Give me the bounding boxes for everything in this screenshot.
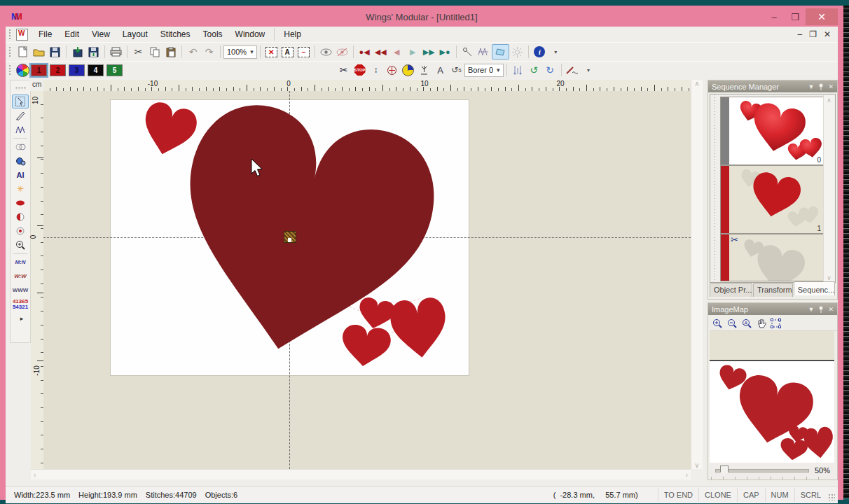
- minimize-button[interactable]: –: [764, 8, 785, 25]
- tab-transform[interactable]: Transform: [753, 283, 793, 297]
- scroll-left-icon[interactable]: ‹: [34, 471, 36, 479]
- slider-thumb[interactable]: [720, 465, 729, 477]
- measure-tool-button[interactable]: [460, 45, 476, 59]
- stitch-www-tool[interactable]: WWW: [12, 284, 29, 298]
- cut-button[interactable]: ✂: [130, 45, 146, 59]
- palette-grip[interactable]: [15, 87, 26, 90]
- toolbar-grip[interactable]: [8, 46, 12, 57]
- panel-menu-icon[interactable]: ▼: [808, 83, 815, 90]
- stitch-density-button[interactable]: [476, 45, 492, 59]
- thread-color-4[interactable]: 4: [88, 64, 104, 76]
- resize-grip[interactable]: [828, 493, 835, 500]
- shapes-tool[interactable]: [12, 140, 29, 154]
- scroll-right-icon[interactable]: ›: [686, 471, 688, 479]
- vertical-scrollbar[interactable]: ∧ ∨: [691, 80, 703, 469]
- design-canvas[interactable]: [43, 91, 691, 469]
- mdi-close-button[interactable]: ✕: [824, 29, 831, 39]
- thread-color-3[interactable]: 3: [69, 64, 85, 76]
- step-back-fast-button[interactable]: ◀◀: [373, 45, 389, 59]
- slider-track[interactable]: [715, 469, 809, 472]
- pin-icon[interactable]: [818, 83, 824, 90]
- redo-button[interactable]: ↷: [201, 45, 217, 59]
- deselect-button[interactable]: –: [296, 45, 312, 59]
- design-info-button[interactable]: i: [532, 45, 548, 59]
- menu-view[interactable]: View: [85, 27, 116, 41]
- rotate-right-button[interactable]: ↻: [542, 63, 558, 77]
- stitch-ww-tool[interactable]: W:W: [12, 270, 29, 284]
- scroll-down-icon[interactable]: ∨: [694, 461, 699, 469]
- needle-bars-button[interactable]: [510, 63, 526, 77]
- effects-tool[interactable]: ✳: [12, 182, 29, 196]
- fill-stitch-tool[interactable]: [12, 210, 29, 224]
- freehand-stitch-button[interactable]: [565, 63, 581, 77]
- digitize-tool[interactable]: [12, 122, 29, 136]
- step-back-button[interactable]: ◀: [389, 45, 405, 59]
- panel-close-icon[interactable]: ✕: [828, 306, 834, 313]
- step-forward-fast-button[interactable]: ▶▶: [421, 45, 437, 59]
- toolbar-grip[interactable]: [8, 64, 12, 76]
- toolbar-options-button[interactable]: ▾: [581, 63, 597, 77]
- stop-command-button[interactable]: STOP: [352, 63, 368, 77]
- frame-select-icon[interactable]: [771, 318, 781, 328]
- maximize-button[interactable]: ❒: [785, 8, 806, 25]
- thread-color-1[interactable]: 1: [31, 64, 47, 76]
- stitch-mn-tool[interactable]: M:N: [12, 255, 29, 270]
- menubar-grip[interactable]: [8, 29, 12, 40]
- lettering-button[interactable]: A: [432, 63, 448, 77]
- menu-layout[interactable]: Layout: [116, 27, 154, 41]
- menu-edit[interactable]: Edit: [58, 27, 85, 41]
- step-forward-button[interactable]: ▶: [405, 45, 421, 59]
- slow-redraw-button[interactable]: ↺5: [448, 63, 464, 77]
- tab-object-properties[interactable]: Object Pr...: [710, 283, 752, 297]
- delete-object-button[interactable]: ✕: [263, 45, 279, 59]
- go-to-end-button[interactable]: ▶●: [437, 45, 453, 59]
- mdi-restore-button[interactable]: ❐: [809, 29, 817, 39]
- tab-sequence[interactable]: Sequenc...: [794, 281, 835, 295]
- imagemap-preview[interactable]: [710, 331, 834, 463]
- pan-hand-icon[interactable]: [757, 318, 766, 329]
- light-effect-button[interactable]: [509, 45, 525, 59]
- scroll-up-icon[interactable]: ∧: [827, 97, 831, 104]
- pin-icon[interactable]: [818, 306, 824, 313]
- applique-tool[interactable]: [12, 224, 29, 238]
- needle-updown-button[interactable]: ↕: [368, 63, 384, 77]
- save-button[interactable]: [47, 45, 63, 59]
- menu-file[interactable]: File: [32, 27, 58, 41]
- thread-color-2[interactable]: 2: [50, 64, 66, 76]
- go-to-start-button[interactable]: ●◀: [357, 45, 373, 59]
- undo-button[interactable]: ↶: [185, 45, 201, 59]
- close-button[interactable]: ✕: [806, 8, 838, 25]
- zoom-out-icon[interactable]: [727, 318, 738, 329]
- menu-stitches[interactable]: Stitches: [154, 27, 197, 41]
- select-all-button[interactable]: A: [279, 45, 296, 59]
- sequence-scrollbar[interactable]: ∧ ∨: [823, 95, 834, 283]
- thread-color-5[interactable]: 5: [106, 64, 123, 76]
- panel-close-icon[interactable]: ✕: [828, 83, 834, 90]
- palette-expand-button[interactable]: ▸: [13, 312, 30, 326]
- satin-stitch-tool[interactable]: [12, 196, 29, 210]
- origin-point-button[interactable]: [384, 63, 400, 77]
- machine-function-button[interactable]: [400, 63, 416, 77]
- print-button[interactable]: [108, 45, 124, 59]
- mdi-minimize-button[interactable]: –: [797, 29, 802, 39]
- export-design-button[interactable]: [85, 45, 102, 59]
- menu-window[interactable]: Window: [229, 27, 272, 41]
- trim-command-button[interactable]: ✂: [336, 63, 352, 77]
- new-file-button[interactable]: [15, 45, 31, 59]
- zoom-in-icon[interactable]: [712, 318, 723, 329]
- toolbar-options-button[interactable]: ▾: [548, 45, 564, 59]
- hide-object-button[interactable]: [334, 45, 350, 59]
- open-file-button[interactable]: [31, 45, 47, 59]
- zoom-tool[interactable]: [12, 238, 29, 252]
- zoom-actual-icon[interactable]: A: [742, 318, 752, 329]
- zoom-level-combo[interactable]: 100% ▾: [223, 46, 257, 59]
- needle-point-button[interactable]: [416, 63, 432, 77]
- sequence-item-1[interactable]: 1: [720, 165, 824, 234]
- edit-nodes-tool[interactable]: [12, 108, 29, 122]
- borer-combo[interactable]: Borer 0 ▾: [464, 64, 504, 77]
- scroll-down-icon[interactable]: ∨: [827, 274, 831, 281]
- horizontal-scrollbar[interactable]: ‹ ›: [31, 469, 691, 479]
- panel-menu-icon[interactable]: ▼: [808, 306, 815, 313]
- color-wheel-button[interactable]: [15, 63, 31, 77]
- fabric-view-toggle[interactable]: [492, 44, 509, 59]
